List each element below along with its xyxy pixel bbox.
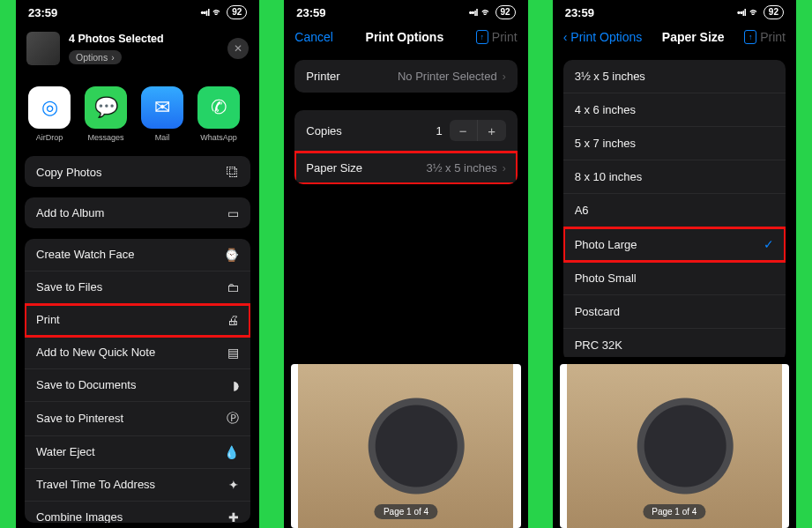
album-icon: ▭	[227, 206, 239, 220]
whatsapp-icon: ✆	[197, 86, 240, 129]
checkmark-icon: ✓	[764, 237, 774, 251]
printer-group: Printer No Printer Selected ›	[294, 60, 517, 93]
close-icon: ✕	[234, 42, 242, 55]
chevron-left-icon: ‹	[563, 30, 568, 44]
preview-sheet[interactable]: Page 1 of 4	[560, 364, 789, 528]
action-combine-images[interactable]: Combine Images ✚	[25, 502, 250, 523]
copies-group: Copies 1 − + Paper Size 3½ x 5 inches ›	[294, 110, 517, 184]
cellular-icon: ••ıl	[737, 7, 746, 18]
status-bar: 23:59 ••ıl ᯤ 92	[284, 0, 527, 23]
printer-row[interactable]: Printer No Printer Selected ›	[294, 60, 517, 93]
cellular-icon: ••ıl	[200, 7, 209, 18]
size-option[interactable]: 8 x 10 inches	[563, 160, 786, 194]
size-option-selected[interactable]: Photo Large ✓	[563, 227, 786, 262]
copy-icon: ⿻	[227, 165, 239, 179]
phone-share-sheet: 23:59 ••ıl ᯤ 92 4 Photos Selected Option…	[16, 0, 259, 528]
pinterest-icon: Ⓟ	[227, 411, 239, 427]
size-option[interactable]: 4 x 6 inches	[563, 93, 786, 127]
status-time: 23:59	[296, 6, 325, 19]
paper-size-list: 3½ x 5 inches 4 x 6 inches 5 x 7 inches …	[563, 60, 786, 361]
share-icon[interactable]: ↑	[744, 30, 756, 44]
mail-icon: ✉	[141, 86, 183, 129]
page-title: Paper Size	[662, 30, 725, 44]
airdrop-icon: ◎	[28, 86, 71, 129]
size-option[interactable]: 5 x 7 inches	[563, 127, 786, 160]
sparkle-icon: ✦	[228, 478, 239, 492]
nav-bar: ‹ Print Options Paper Size ↑ Print	[553, 23, 796, 51]
action-group-3: Create Watch Face ⌚ Save to Files 🗀 Prin…	[25, 239, 250, 523]
action-water-eject[interactable]: Water Eject 💧	[25, 436, 250, 469]
action-group-2: Add to Album ▭	[25, 197, 250, 228]
copies-row: Copies 1 − +	[294, 110, 517, 152]
options-button[interactable]: Options ›	[69, 50, 122, 64]
cancel-button[interactable]: Cancel	[294, 30, 333, 44]
status-time: 23:59	[28, 6, 57, 19]
share-apps-row: ◎ AirDrop 💬 Messages ✉ Mail ✆ WhatsApp F…	[16, 71, 259, 151]
copies-stepper: 1 − +	[436, 120, 505, 141]
cellular-icon: ••ıl	[469, 7, 478, 18]
page-indicator: Page 1 of 4	[375, 504, 437, 519]
action-save-documents[interactable]: Save to Documents ◗	[25, 369, 250, 402]
note-icon: ▤	[227, 346, 239, 360]
selection-count: 4 Photos Selected	[69, 33, 219, 45]
wifi-icon: ᯤ	[749, 6, 760, 19]
photo-thumbnail	[26, 32, 60, 65]
action-save-pinterest[interactable]: Save to Pinterest Ⓟ	[25, 402, 250, 436]
share-app-whatsapp[interactable]: ✆ WhatsApp	[197, 86, 240, 142]
size-option[interactable]: Photo Small	[563, 262, 786, 295]
phone-paper-size: 23:59 ••ıl ᯤ 92 ‹ Print Options Paper Si…	[553, 0, 796, 528]
copies-increment[interactable]: +	[478, 120, 506, 141]
folder-icon: 🗀	[227, 280, 239, 294]
size-option[interactable]: A6	[563, 194, 786, 227]
wifi-icon: ᯤ	[212, 6, 223, 19]
documents-icon: ◗	[233, 378, 239, 392]
status-right: ••ıl ᯤ 92	[200, 5, 247, 19]
status-time: 23:59	[565, 6, 594, 19]
close-button[interactable]: ✕	[227, 38, 249, 59]
paper-size-row[interactable]: Paper Size 3½ x 5 inches ›	[294, 152, 517, 184]
status-bar: 23:59 ••ıl ᯤ 92	[16, 0, 259, 23]
share-app-messages[interactable]: 💬 Messages	[85, 86, 127, 142]
size-option[interactable]: Postcard	[563, 295, 786, 329]
chevron-right-icon: ›	[503, 162, 506, 175]
share-icon[interactable]: ↑	[476, 30, 488, 44]
action-save-to-files[interactable]: Save to Files 🗀	[25, 271, 250, 304]
copies-value: 1	[436, 124, 442, 138]
puzzle-icon: ✚	[228, 510, 239, 523]
print-button: Print	[492, 30, 518, 44]
page-indicator: Page 1 of 4	[643, 504, 705, 519]
chevron-right-icon: ›	[111, 52, 115, 63]
printer-icon: 🖨	[227, 313, 239, 327]
back-button[interactable]: ‹ Print Options	[563, 30, 643, 44]
share-app-mail[interactable]: ✉ Mail	[141, 86, 183, 142]
action-group-1: Copy Photos ⿻	[25, 156, 250, 187]
action-add-to-album[interactable]: Add to Album ▭	[25, 197, 250, 228]
print-preview: Page 1 of 4	[553, 357, 796, 528]
nav-bar: Cancel Print Options ↑ Print	[284, 23, 527, 51]
action-create-watch-face[interactable]: Create Watch Face ⌚	[25, 239, 250, 271]
battery-icon: 92	[764, 5, 784, 19]
page-title: Print Options	[366, 30, 444, 44]
share-app-airdrop[interactable]: ◎ AirDrop	[28, 86, 71, 142]
action-print[interactable]: Print 🖨	[25, 304, 250, 337]
copies-decrement[interactable]: −	[450, 120, 478, 141]
print-button: Print	[760, 30, 786, 44]
watch-icon: ⌚	[224, 248, 239, 262]
share-header: 4 Photos Selected Options › ✕	[16, 23, 259, 71]
water-drop-icon: 💧	[224, 445, 239, 459]
chevron-right-icon: ›	[503, 71, 506, 83]
status-bar: 23:59 ••ıl ᯤ 92	[553, 0, 796, 23]
preview-sheet[interactable]: Page 1 of 4	[291, 364, 520, 528]
battery-icon: 92	[227, 5, 247, 19]
action-quick-note[interactable]: Add to New Quick Note ▤	[25, 337, 250, 369]
size-option[interactable]: 3½ x 5 inches	[563, 60, 786, 93]
phone-print-options: 23:59 ••ıl ᯤ 92 Cancel Print Options ↑ P…	[284, 0, 527, 528]
wifi-icon: ᯤ	[481, 6, 492, 19]
battery-icon: 92	[495, 5, 516, 19]
action-travel-time[interactable]: Travel Time To Address ✦	[25, 469, 250, 502]
action-copy-photos[interactable]: Copy Photos ⿻	[25, 156, 250, 187]
messages-icon: 💬	[85, 86, 127, 129]
print-preview: Page 1 of 4	[284, 357, 527, 528]
